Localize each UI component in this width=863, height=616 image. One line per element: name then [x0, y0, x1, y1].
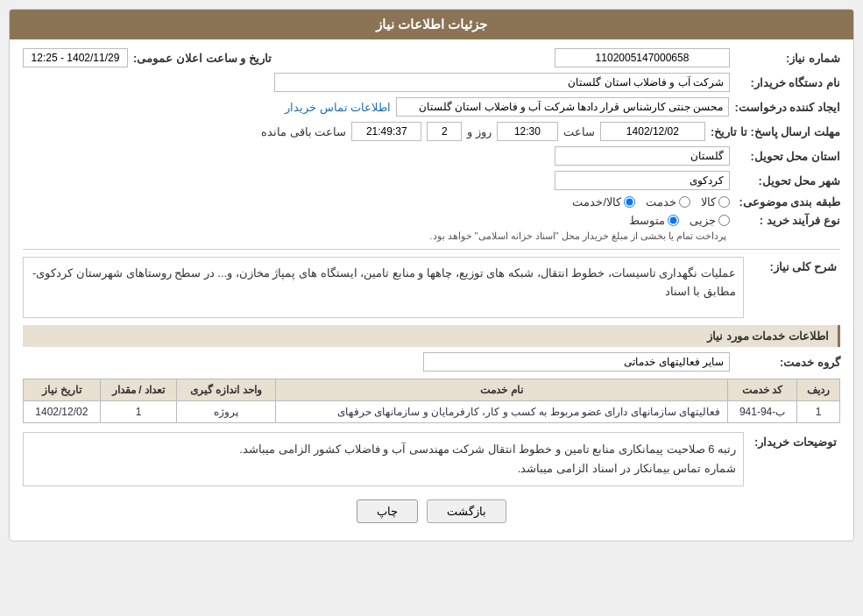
need-number-input[interactable] [555, 48, 730, 67]
label-creator: ایجاد کننده درخواست: [734, 101, 840, 114]
label-general-desc: شرح کلی نیاز: [744, 257, 840, 318]
th-service-name: نام خدمت [275, 379, 728, 401]
row-city: شهر محل تحویل: [23, 171, 840, 190]
radio-kala-khedmat[interactable]: کالا/خدمت [572, 195, 635, 209]
radio-khedmat[interactable]: خدمت [646, 195, 690, 209]
radio-khedmat-label: خدمت [646, 195, 676, 209]
buyer-notes-content: رتبه 6 صلاحیت پیمانکاری منابع تامین و خط… [23, 432, 744, 486]
city-input[interactable] [555, 171, 730, 190]
row-need-number: شماره نیاز: تاریخ و ساعت اعلان عمومی: [23, 48, 840, 67]
label-process-type: نوع فرآیند خرید : [735, 214, 840, 227]
th-date: تاریخ نیاز [24, 379, 101, 401]
radio-motevaset[interactable]: متوسط [629, 214, 679, 227]
label-need-number: شماره نیاز: [735, 52, 840, 65]
general-desc-content: عملیات نگهداری تاسیسات، خطوط انتقال، شبک… [23, 257, 744, 318]
th-row-num: ردیف [797, 379, 840, 401]
back-button[interactable]: بازگشت [427, 499, 506, 523]
main-card: جزئیات اطلاعات نیاز شماره نیاز: تاریخ و … [9, 9, 854, 542]
row-general-desc: شرح کلی نیاز: عملیات نگهداری تاسیسات، خط… [23, 257, 840, 318]
radio-jozi-input[interactable] [718, 215, 730, 226]
label-days: روز و [467, 125, 492, 138]
divider-1 [23, 249, 840, 250]
row-process-type: نوع فرآیند خرید : جزیی متوسط پرداخت تمام… [23, 214, 840, 242]
province-input[interactable] [555, 146, 730, 166]
row-category: طبقه بندی موضوعی: کالا خدمت کالا/خدمت [23, 195, 840, 209]
process-type-radio-group: جزیی متوسط [429, 214, 730, 227]
td-quantity: 1 [100, 401, 177, 423]
page-container: جزئیات اطلاعات نیاز شماره نیاز: تاریخ و … [0, 0, 863, 616]
row-creator: ایجاد کننده درخواست: اطلاعات تماس خریدار [23, 97, 840, 117]
label-city: شهر محل تحویل: [735, 174, 840, 188]
deadline-time-input[interactable] [497, 122, 558, 141]
row-buyer-notes: توضیحات خریدار: رتبه 6 صلاحیت پیمانکاری … [23, 432, 840, 486]
td-unit: پروژه [177, 401, 275, 423]
label-province: استان محل تحویل: [735, 150, 840, 163]
td-row-num: 1 [797, 401, 840, 423]
radio-motevaset-input[interactable] [668, 215, 679, 226]
services-info-header: اطلاعات خدمات مورد نیاز [23, 325, 840, 347]
table-row: 1 ب-94-941 فعالیتهای سازمانهای دارای عضو… [24, 401, 840, 423]
deadline-days-input[interactable] [427, 122, 462, 141]
td-service-code: ب-94-941 [728, 401, 797, 423]
td-service-name: فعالیتهای سازمانهای دارای عضو مربوط به ک… [275, 401, 728, 423]
deadline-remaining-input[interactable] [351, 122, 421, 141]
th-quantity: تعداد / مقدار [100, 379, 177, 401]
buyer-notes-line2: شماره تماس بیمانکار در اسناد الزامی میبا… [31, 459, 736, 478]
label-buyer-notes: توضیحات خریدار: [744, 432, 840, 486]
label-service-group: گروه خدمت: [735, 356, 840, 369]
creator-input[interactable] [396, 97, 729, 117]
radio-jozi-label: جزیی [690, 214, 716, 227]
announce-date-input[interactable] [23, 48, 128, 67]
process-type-note: پرداخت تمام یا بخشی از مبلغ خریدار محل "… [429, 230, 726, 242]
radio-khedmat-input[interactable] [679, 196, 690, 208]
radio-kala-input[interactable] [718, 196, 730, 208]
service-group-input[interactable] [423, 352, 730, 372]
radio-kala[interactable]: کالا [701, 195, 730, 209]
row-org-name: نام دستگاه خریدار: [23, 73, 840, 92]
label-remaining: ساعت باقی مانده [261, 125, 346, 138]
row-province: استان محل تحویل: [23, 146, 840, 166]
label-time: ساعت [563, 125, 595, 138]
label-deadline: مهلت ارسال پاسخ: تا تاریخ: [711, 125, 840, 138]
content-area: شماره نیاز: تاریخ و ساعت اعلان عمومی: نا… [10, 39, 853, 541]
radio-kala-khedmat-label: کالا/خدمت [572, 195, 621, 209]
row-deadline: مهلت ارسال پاسخ: تا تاریخ: ساعت روز و سا… [23, 122, 840, 141]
radio-jozi[interactable]: جزیی [690, 214, 730, 227]
buyer-notes-line1: رتبه 6 صلاحیت پیمانکاری منابع تامین و خط… [31, 440, 736, 459]
buyer-notes-box: رتبه 6 صلاحیت پیمانکاری منابع تامین و خط… [23, 432, 744, 486]
row-service-group: گروه خدمت: [23, 352, 840, 372]
label-org-name: نام دستگاه خریدار: [735, 76, 840, 89]
general-desc-box: عملیات نگهداری تاسیسات، خطوط انتقال، شبک… [23, 257, 744, 318]
label-announce-date: تاریخ و ساعت اعلان عمومی: [133, 52, 272, 65]
services-table: ردیف کد خدمت نام خدمت واحد اندازه گیری ت… [23, 379, 840, 423]
td-date: 1402/12/02 [24, 401, 101, 423]
category-radio-group: کالا خدمت کالا/خدمت [572, 195, 730, 209]
radio-kala-khedmat-input[interactable] [624, 196, 635, 208]
button-row: بازگشت چاپ [23, 499, 840, 523]
radio-kala-label: کالا [701, 195, 716, 209]
radio-motevaset-label: متوسط [629, 214, 665, 227]
th-service-code: کد خدمت [728, 379, 797, 401]
print-button[interactable]: چاپ [357, 499, 418, 523]
page-title: جزئیات اطلاعات نیاز [10, 10, 853, 39]
th-unit: واحد اندازه گیری [177, 379, 275, 401]
deadline-date-input[interactable] [600, 122, 705, 141]
creator-contact-link[interactable]: اطلاعات تماس خریدار [285, 101, 391, 114]
label-category: طبقه بندی موضوعی: [735, 195, 840, 209]
org-name-input[interactable] [274, 73, 730, 92]
